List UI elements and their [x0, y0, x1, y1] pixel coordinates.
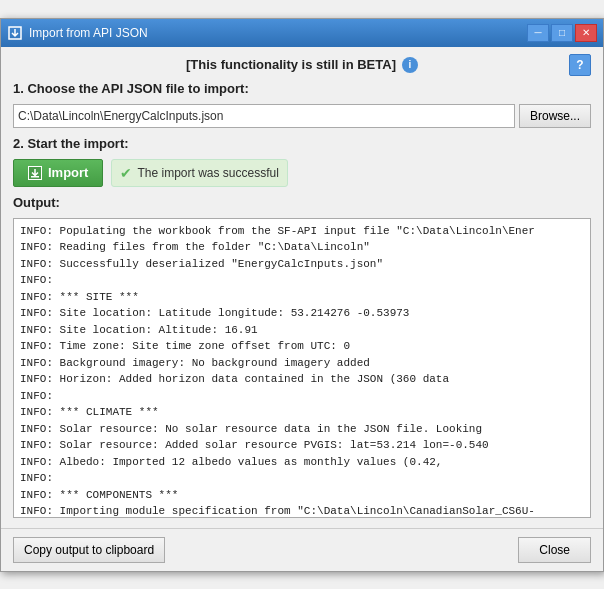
output-line: INFO: Background imagery: No background …	[20, 355, 584, 372]
browse-button[interactable]: Browse...	[519, 104, 591, 128]
import-button-label: Import	[48, 165, 88, 180]
output-line: INFO:	[20, 470, 584, 487]
output-line: INFO: Site location: Altitude: 16.91	[20, 322, 584, 339]
output-line: INFO: *** CLIMATE ***	[20, 404, 584, 421]
copy-output-button[interactable]: Copy output to clipboard	[13, 537, 165, 563]
success-badge: ✔ The import was successful	[111, 159, 287, 187]
info-icon[interactable]: i	[402, 57, 418, 73]
window-controls: ─ □ ✕	[527, 24, 597, 42]
output-line: INFO: Albedo: Imported 12 albedo values …	[20, 454, 584, 471]
window-icon	[7, 25, 23, 41]
help-button[interactable]: ?	[569, 54, 591, 76]
svg-rect-2	[31, 176, 39, 178]
output-line: INFO:	[20, 388, 584, 405]
output-line: INFO: *** SITE ***	[20, 289, 584, 306]
minimize-button[interactable]: ─	[527, 24, 549, 42]
content-area: [This functionality is still in BETA] i …	[1, 47, 603, 528]
output-line: INFO: Solar resource: Added solar resour…	[20, 437, 584, 454]
output-label: Output:	[13, 195, 591, 210]
maximize-button[interactable]: □	[551, 24, 573, 42]
output-line: INFO:	[20, 272, 584, 289]
file-path-input[interactable]	[13, 104, 515, 128]
output-line: INFO: Reading files from the folder "C:\…	[20, 239, 584, 256]
import-row: Import ✔ The import was successful	[13, 159, 591, 187]
output-line: INFO: *** COMPONENTS ***	[20, 487, 584, 504]
import-button[interactable]: Import	[13, 159, 103, 187]
output-line: INFO: Importing module specification fro…	[20, 503, 584, 518]
footer: Copy output to clipboard Close	[1, 528, 603, 571]
title-bar: Import from API JSON ─ □ ✕	[1, 19, 603, 47]
beta-label: [This functionality is still in BETA]	[186, 57, 396, 72]
output-line: INFO: Site location: Latitude longitude:…	[20, 305, 584, 322]
import-icon	[28, 166, 42, 180]
output-line: INFO: Populating the workbook from the S…	[20, 223, 584, 240]
output-line: INFO: Successfully deserialized "EnergyC…	[20, 256, 584, 273]
window-close-button[interactable]: ✕	[575, 24, 597, 42]
file-row: Browse...	[13, 104, 591, 128]
section2-label: 2. Start the import:	[13, 136, 591, 151]
close-button[interactable]: Close	[518, 537, 591, 563]
output-line: INFO: Horizon: Added horizon data contai…	[20, 371, 584, 388]
beta-header: [This functionality is still in BETA] i …	[13, 57, 591, 73]
output-area[interactable]: INFO: Populating the workbook from the S…	[13, 218, 591, 518]
window-title: Import from API JSON	[29, 26, 527, 40]
success-text: The import was successful	[137, 166, 278, 180]
output-line: INFO: Solar resource: No solar resource …	[20, 421, 584, 438]
output-line: INFO: Time zone: Site time zone offset f…	[20, 338, 584, 355]
success-icon: ✔	[120, 165, 132, 181]
main-window: Import from API JSON ─ □ ✕ [This functio…	[0, 18, 604, 572]
section1-label: 1. Choose the API JSON file to import:	[13, 81, 591, 96]
